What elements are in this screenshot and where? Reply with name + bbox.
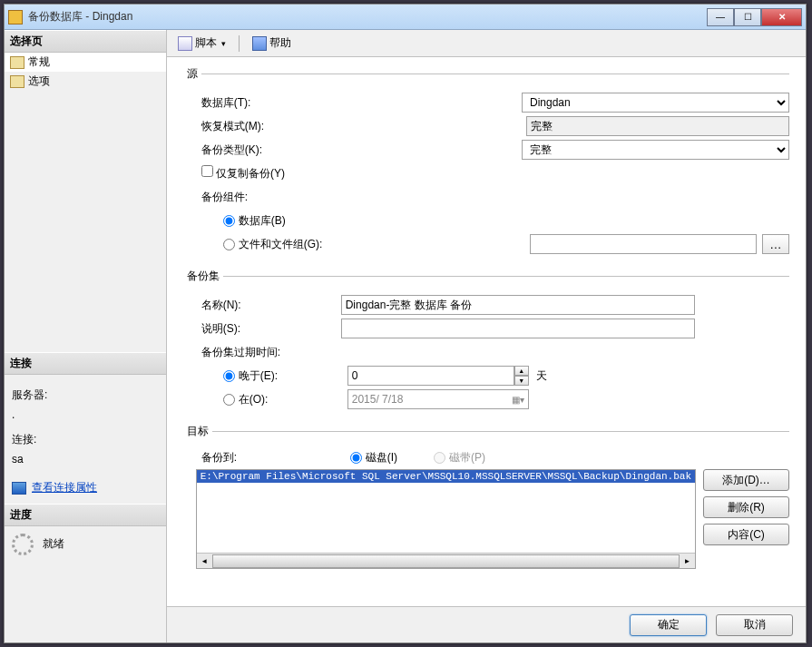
progress-status: 就绪 <box>43 536 64 552</box>
window-title: 备份数据库 - Dingdan <box>28 9 707 25</box>
content-area: 源 数据库(T): Dingdan 恢复模式(M): 完整 <box>167 57 806 606</box>
copy-only-checkbox[interactable] <box>201 165 213 177</box>
set-desc-input[interactable] <box>341 319 695 338</box>
expire-on-label: 在(O): <box>239 392 347 407</box>
connection-panel: 服务器: . 连接: sa 查看连接属性 <box>5 375 166 504</box>
progress-spinner-icon <box>12 534 34 555</box>
component-fg-label: 文件和文件组(G): <box>239 237 323 252</box>
copy-only-label: 仅复制备份(Y) <box>216 167 285 180</box>
main-panel: 脚本 帮助 源 数据库(T): Dingdan <box>167 30 806 642</box>
titlebar: 备份数据库 - Dingdan <box>5 5 806 30</box>
conn-label: 连接: <box>12 430 159 450</box>
cancel-button[interactable]: 取消 <box>716 614 793 636</box>
disk-option[interactable]: 磁盘(I) <box>350 450 397 466</box>
close-button[interactable] <box>761 8 802 26</box>
sidebar-item-general[interactable]: 常规 <box>5 53 166 72</box>
component-db-radio[interactable] <box>223 215 235 227</box>
destination-path-item[interactable]: E:\Program Files\Microsoft SQL Server\MS… <box>197 470 695 483</box>
sidebar-conn-header: 连接 <box>5 352 166 375</box>
set-name-label: 名称(N): <box>196 298 341 313</box>
sidebar-pages-header: 选择页 <box>5 30 166 53</box>
destination-listbox[interactable]: E:\Program Files\Microsoft SQL Server\MS… <box>196 469 696 569</box>
app-icon <box>8 10 23 25</box>
disk-radio[interactable] <box>350 452 362 464</box>
script-icon <box>178 36 192 51</box>
sidebar-item-label: 常规 <box>28 54 50 70</box>
component-label: 备份组件: <box>196 190 341 205</box>
scrollbar-thumb[interactable] <box>212 554 680 568</box>
sidebar-page-list: 常规 选项 <box>5 53 166 352</box>
page-icon <box>10 75 24 88</box>
script-button[interactable]: 脚本 <box>174 34 230 53</box>
filegroup-input <box>530 234 757 254</box>
expire-days-input[interactable] <box>347 366 514 386</box>
sidebar-spacer <box>5 563 166 642</box>
minimize-button[interactable] <box>707 8 734 26</box>
backup-type-label: 备份类型(K): <box>196 142 341 158</box>
backup-set-legend: 备份集 <box>183 269 223 284</box>
sidebar-progress-header: 进度 <box>5 504 166 526</box>
window-buttons <box>707 8 802 26</box>
recovery-label: 恢复模式(M): <box>196 119 341 134</box>
backup-to-label: 备份到: <box>196 450 350 466</box>
calendar-icon: ▦▾ <box>512 395 524 405</box>
source-group: 源 数据库(T): Dingdan 恢复模式(M): 完整 <box>183 66 789 263</box>
tape-label: 磁带(P) <box>449 450 485 466</box>
expire-date-value: 2015/ 7/18 <box>352 393 404 406</box>
spinner-down-icon[interactable]: ▼ <box>514 376 529 386</box>
source-legend: 源 <box>183 66 201 82</box>
recovery-value: 完整 <box>526 116 789 136</box>
view-props-link[interactable]: 查看连接属性 <box>32 478 97 498</box>
contents-button[interactable]: 内容(C) <box>703 524 789 545</box>
component-db-label: 数据库(B) <box>239 213 286 229</box>
toolbar: 脚本 帮助 <box>167 30 806 57</box>
spinner-up-icon[interactable]: ▲ <box>514 366 529 376</box>
tape-radio <box>434 452 445 464</box>
destination-buttons: 添加(D)… 删除(R) 内容(C) <box>703 469 789 569</box>
dialog-body: 选择页 常规 选项 连接 服务器: . 连接: sa 查看连接属 <box>5 30 806 642</box>
set-name-input[interactable] <box>341 295 695 315</box>
expire-on-radio[interactable] <box>223 394 235 406</box>
dialog-footer: 确定 取消 <box>167 606 806 642</box>
backup-set-group: 备份集 名称(N): 说明(S): 备份集过期时间: <box>183 269 789 418</box>
database-label: 数据库(T): <box>196 95 341 111</box>
progress-panel: 就绪 <box>5 526 166 563</box>
help-label: 帮助 <box>269 35 291 51</box>
page-icon <box>10 56 24 69</box>
tape-option: 磁带(P) <box>434 450 485 466</box>
sidebar: 选择页 常规 选项 连接 服务器: . 连接: sa 查看连接属 <box>5 30 167 642</box>
maximize-button[interactable] <box>734 8 761 26</box>
ok-button[interactable]: 确定 <box>630 614 707 636</box>
database-select[interactable]: Dingdan <box>522 93 789 113</box>
filegroup-browse-button[interactable]: … <box>762 234 789 254</box>
destination-group: 目标 备份到: 磁盘(I) 磁带(P) <box>183 424 789 574</box>
sidebar-item-label: 选项 <box>28 74 50 89</box>
set-desc-label: 说明(S): <box>196 321 341 337</box>
component-fg-radio[interactable] <box>223 239 235 250</box>
help-icon <box>252 36 267 51</box>
connection-icon <box>12 482 26 495</box>
disk-label: 磁盘(I) <box>366 450 397 466</box>
add-button[interactable]: 添加(D)… <box>703 469 789 491</box>
expire-after-radio[interactable] <box>223 370 235 382</box>
script-label: 脚本 <box>195 35 217 51</box>
toolbar-separator <box>239 35 240 52</box>
remove-button[interactable]: 删除(R) <box>703 496 789 518</box>
expire-unit: 天 <box>536 368 547 384</box>
server-label: 服务器: <box>12 386 159 406</box>
dialog-window: 备份数据库 - Dingdan 选择页 常规 选项 连接 服务器: <box>4 4 807 643</box>
expire-label: 备份集过期时间: <box>196 345 341 360</box>
server-value: . <box>12 406 159 426</box>
horizontal-scrollbar[interactable] <box>197 553 695 568</box>
help-button[interactable]: 帮助 <box>249 34 295 53</box>
expire-after-label: 晚于(E): <box>239 368 347 384</box>
expire-date-picker[interactable]: 2015/ 7/18 ▦▾ <box>347 389 529 409</box>
destination-legend: 目标 <box>183 424 212 439</box>
sidebar-item-options[interactable]: 选项 <box>5 72 166 91</box>
conn-value: sa <box>12 450 159 470</box>
view-connection-props[interactable]: 查看连接属性 <box>12 478 159 498</box>
backup-type-select[interactable]: 完整 <box>522 140 789 160</box>
copy-only-row: 仅复制备份(Y) <box>196 165 341 181</box>
expire-days-spinner[interactable]: ▲ ▼ <box>347 366 529 386</box>
